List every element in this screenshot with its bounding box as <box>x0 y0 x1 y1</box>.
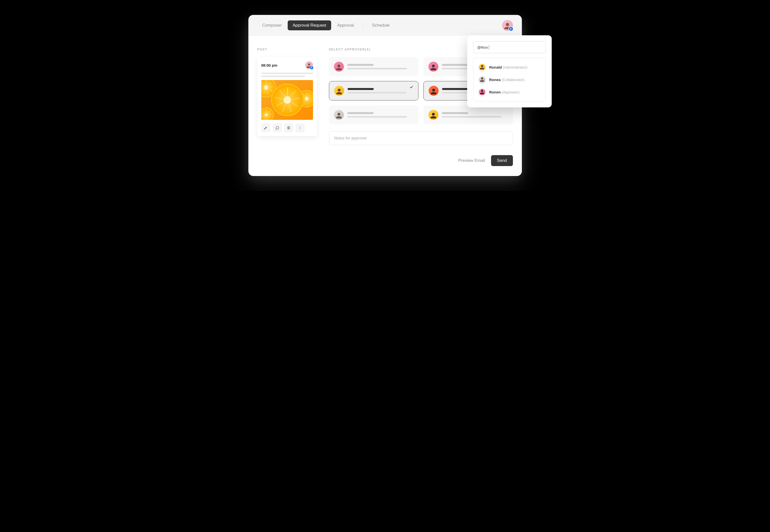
suggestion-item[interactable]: Ronen (Approver) <box>475 86 544 98</box>
mention-input-value: @Ron <box>477 45 488 49</box>
approver-name-placeholder <box>347 64 413 69</box>
person-icon <box>429 87 438 96</box>
approver-card[interactable] <box>423 105 513 124</box>
svg-point-1 <box>300 128 300 128</box>
tab-approval[interactable]: Approval <box>332 20 359 30</box>
post-avatar: f <box>305 61 313 69</box>
delete-button[interactable] <box>284 123 293 132</box>
post-actions <box>261 123 313 132</box>
suggestion-label: Ronen (Approver) <box>489 90 520 94</box>
mention-input[interactable]: @Ron <box>473 41 546 53</box>
mention-suggestions: Ronald (Administrator) Ronea (Collaborat… <box>473 58 546 101</box>
preview-email-link[interactable]: Preview Email <box>458 158 485 163</box>
svg-point-2 <box>300 129 300 129</box>
post-section-label: POST <box>257 48 317 51</box>
chat-icon <box>275 126 279 130</box>
app-window: Composer Approval Request Approval Sched… <box>248 15 522 176</box>
more-vertical-icon <box>298 126 302 130</box>
cursor-icon <box>489 45 489 49</box>
person-icon <box>429 63 438 72</box>
tab-approval-request[interactable]: Approval Request <box>288 20 331 30</box>
approver-avatar <box>428 62 438 72</box>
svg-point-0 <box>300 127 300 127</box>
approver-name-placeholder <box>347 112 413 118</box>
person-icon <box>335 87 343 96</box>
approver-avatar <box>428 110 438 120</box>
post-column: POST 08:00 pm f <box>257 48 317 145</box>
approver-avatar <box>334 110 344 120</box>
approver-name-placeholder <box>442 112 508 118</box>
person-icon <box>335 111 343 120</box>
tab-schedule[interactable]: Schedule <box>367 20 395 30</box>
post-header: 08:00 pm f <box>261 61 313 69</box>
notes-input[interactable] <box>329 131 513 145</box>
suggestion-label: Ronald (Administrator) <box>489 65 527 69</box>
trash-icon <box>287 126 291 130</box>
edit-button[interactable] <box>261 123 270 132</box>
person-icon <box>479 76 485 83</box>
footer: Preview Email Send <box>248 155 522 176</box>
approver-name-placeholder <box>348 88 413 93</box>
suggestion-item[interactable]: Ronald (Administrator) <box>475 61 544 73</box>
pencil-icon <box>264 126 268 130</box>
approver-avatar <box>334 62 344 72</box>
tabs: Composer Approval Request Approval Sched… <box>257 20 395 30</box>
facebook-badge-icon: f <box>310 66 314 70</box>
suggestion-label: Ronea (Collaborator) <box>489 78 525 82</box>
header: Composer Approval Request Approval Sched… <box>248 15 522 36</box>
post-image <box>261 80 313 120</box>
comment-button[interactable] <box>273 123 282 132</box>
tab-composer[interactable]: Composer <box>257 20 287 30</box>
approver-avatar <box>429 86 439 96</box>
suggestion-item[interactable]: Ronea (Collaborator) <box>475 73 544 86</box>
tab-divider <box>363 22 363 29</box>
suggestion-avatar <box>478 88 486 96</box>
approver-avatar <box>334 86 344 96</box>
user-avatar[interactable]: f <box>502 20 513 31</box>
person-icon <box>335 63 343 72</box>
suggestion-avatar <box>478 76 486 83</box>
person-icon <box>479 64 485 70</box>
approver-card[interactable] <box>329 57 418 76</box>
mention-popover: @Ron Ronald (Administrator) Ronea (Colla… <box>467 35 552 107</box>
approver-card[interactable] <box>329 105 418 124</box>
send-button[interactable]: Send <box>491 155 513 166</box>
post-text-placeholder <box>261 73 313 77</box>
facebook-badge-icon: f <box>508 26 513 31</box>
approver-card-selected[interactable] <box>329 81 418 100</box>
person-icon <box>479 89 485 95</box>
check-icon <box>409 85 414 90</box>
person-icon <box>429 111 438 120</box>
post-card: 08:00 pm f <box>257 57 317 136</box>
post-time: 08:00 pm <box>261 63 277 67</box>
more-button[interactable] <box>296 123 305 132</box>
suggestion-avatar <box>478 63 486 71</box>
